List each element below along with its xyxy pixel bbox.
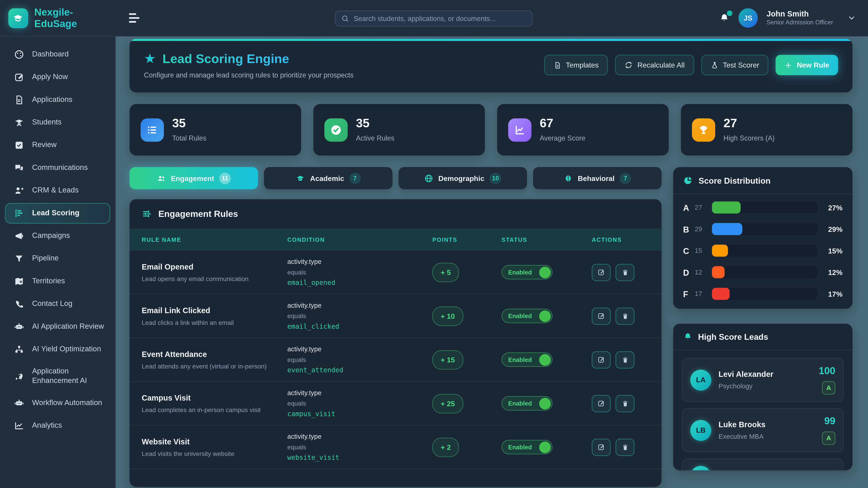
delete-rule-button[interactable] bbox=[616, 438, 634, 456]
sidebar-item-ai-application-review[interactable]: AI Application Review bbox=[5, 317, 110, 337]
stat-value: 67 bbox=[540, 117, 585, 129]
tab-academic[interactable]: Academic 7 bbox=[264, 167, 393, 189]
sidebar-item-lead-scoring[interactable]: Lead Scoring bbox=[5, 203, 110, 224]
edit-rule-button[interactable] bbox=[592, 395, 611, 412]
distribution-row: A 27 27% bbox=[683, 201, 842, 214]
enabled-toggle[interactable]: Enabled bbox=[502, 265, 553, 280]
chevron-down-icon[interactable] bbox=[847, 14, 856, 22]
category-tabs: Engagement 11 Academic 7 Demographic 10 bbox=[129, 167, 661, 189]
sitemap-icon bbox=[14, 344, 25, 355]
points-badge: + 2 bbox=[432, 437, 459, 457]
lead-avatar: VC bbox=[690, 466, 711, 470]
table-row: Campus VisitLead completes an in-person … bbox=[129, 382, 661, 425]
chart-line-icon bbox=[14, 420, 25, 431]
sidebar-item-ai-yield-optimization[interactable]: AI Yield Optimization bbox=[5, 339, 110, 360]
panel-title: High Score Leads bbox=[698, 332, 768, 341]
tab-count-badge: 7 bbox=[620, 172, 631, 184]
points-badge: + 5 bbox=[432, 263, 459, 282]
sidebar-item-application-enhancement-ai[interactable]: Application Enhancement AI bbox=[5, 362, 110, 391]
distribution-row: B 29 29% bbox=[683, 223, 842, 235]
edit-rule-button[interactable] bbox=[592, 438, 611, 456]
sidebar-item-analytics[interactable]: Analytics bbox=[5, 416, 110, 436]
sidebar-item-review[interactable]: Review bbox=[5, 135, 110, 156]
bar-fill bbox=[712, 201, 740, 214]
dashboard-icon bbox=[14, 49, 25, 60]
templates-button[interactable]: Templates bbox=[544, 55, 608, 75]
sidebar-item-communications[interactable]: Communications bbox=[5, 158, 110, 178]
new-rule-button[interactable]: New Rule bbox=[776, 55, 838, 75]
delete-rule-button[interactable] bbox=[616, 395, 634, 412]
bar-track bbox=[712, 266, 817, 278]
stat-high-scorers: 27 High Scorers (A) bbox=[681, 104, 852, 156]
edit-rule-button[interactable] bbox=[592, 307, 611, 324]
lead-avatar: LA bbox=[690, 369, 711, 390]
sidebar-item-crm-leads[interactable]: CRM & Leads bbox=[5, 180, 110, 201]
edit-rule-button[interactable] bbox=[592, 264, 611, 281]
sidebar-item-students[interactable]: Students bbox=[5, 112, 110, 133]
user-role: Senior Admission Officer bbox=[767, 19, 833, 27]
lead-card[interactable]: LB Luke Brooks Executive MBA 99 A bbox=[682, 408, 844, 452]
flask-icon bbox=[711, 61, 718, 69]
top-bar: Nexgile-EduSage JS John Smith Senior Adm… bbox=[0, 0, 868, 37]
bar-chart-icon bbox=[14, 208, 25, 219]
search-input[interactable] bbox=[354, 15, 526, 22]
delete-rule-button[interactable] bbox=[616, 264, 634, 281]
sidebar-item-territories[interactable]: Territories bbox=[5, 271, 110, 292]
megaphone-icon bbox=[14, 231, 25, 241]
score-distribution-panel: Score Distribution A 27 27% B 29 bbox=[673, 167, 852, 309]
sidebar-item-campaigns[interactable]: Campaigns bbox=[5, 226, 110, 246]
avatar[interactable]: JS bbox=[738, 8, 758, 28]
points-badge: + 25 bbox=[432, 394, 463, 413]
global-search[interactable] bbox=[335, 11, 532, 27]
points-badge: + 15 bbox=[432, 350, 463, 369]
sidebar-item-workflow-automation[interactable]: Workflow Automation bbox=[5, 393, 110, 413]
distribution-row: F 17 17% bbox=[683, 288, 842, 300]
enabled-toggle[interactable]: Enabled bbox=[502, 396, 553, 411]
tab-engagement[interactable]: Engagement 11 bbox=[129, 167, 258, 189]
enabled-toggle[interactable]: Enabled bbox=[502, 309, 553, 323]
grade-badge: A bbox=[822, 381, 835, 394]
bar-track bbox=[712, 245, 817, 257]
sidebar-item-applications[interactable]: Applications bbox=[5, 90, 110, 110]
notification-dot bbox=[727, 11, 732, 16]
tab-behavioral[interactable]: Behavioral 7 bbox=[533, 167, 661, 189]
sidebar: Dashboard Apply Now Applications Student… bbox=[0, 37, 116, 488]
enabled-toggle[interactable]: Enabled bbox=[502, 352, 553, 367]
toggle-knob bbox=[539, 310, 551, 322]
stat-total-rules: 35 Total Rules bbox=[129, 104, 301, 156]
bar-track bbox=[712, 223, 817, 235]
delete-rule-button[interactable] bbox=[616, 307, 634, 324]
delete-rule-button[interactable] bbox=[616, 351, 634, 368]
col-actions: ACTIONS bbox=[592, 236, 662, 243]
enabled-toggle[interactable]: Enabled bbox=[502, 440, 553, 454]
sidebar-item-pipeline[interactable]: Pipeline bbox=[5, 249, 110, 269]
lead-card[interactable]: LA Levi Alexander Psychology 100 A bbox=[682, 358, 844, 401]
search-icon bbox=[341, 14, 349, 23]
tab-count-badge: 7 bbox=[349, 172, 361, 184]
menu-toggle-button[interactable] bbox=[129, 13, 140, 23]
distribution-row: C 15 15% bbox=[683, 245, 842, 257]
graduation-cap-icon bbox=[296, 173, 305, 183]
col-condition: CONDITION bbox=[287, 236, 432, 243]
table-header: RULE NAME CONDITION POINTS STATUS ACTION… bbox=[129, 228, 661, 251]
header-right: JS John Smith Senior Admission Officer bbox=[719, 8, 868, 28]
robot-icon bbox=[14, 322, 25, 332]
lead-card[interactable]: VC Vivian Cook 98 bbox=[682, 459, 844, 470]
sidebar-item-apply-now[interactable]: Apply Now bbox=[5, 67, 110, 88]
col-rule-name: RULE NAME bbox=[142, 236, 287, 243]
distribution-row: D 12 12% bbox=[683, 266, 842, 278]
recalculate-all-button[interactable]: Recalculate All bbox=[615, 55, 694, 75]
sidebar-item-dashboard[interactable]: Dashboard bbox=[5, 44, 110, 65]
edit-rule-button[interactable] bbox=[592, 351, 611, 368]
tab-demographic[interactable]: Demographic 10 bbox=[399, 167, 527, 189]
toggle-knob bbox=[539, 266, 551, 278]
bar-fill bbox=[712, 288, 730, 300]
bar-fill bbox=[712, 266, 724, 278]
test-scorer-button[interactable]: Test Scorer bbox=[701, 55, 769, 75]
robot-icon bbox=[14, 398, 25, 408]
bar-fill bbox=[712, 223, 743, 235]
table-row: Website VisitLead visits the university … bbox=[129, 425, 661, 469]
notifications-button[interactable] bbox=[719, 13, 730, 23]
users-icon bbox=[156, 173, 166, 183]
sidebar-item-contact-log[interactable]: Contact Log bbox=[5, 294, 110, 314]
